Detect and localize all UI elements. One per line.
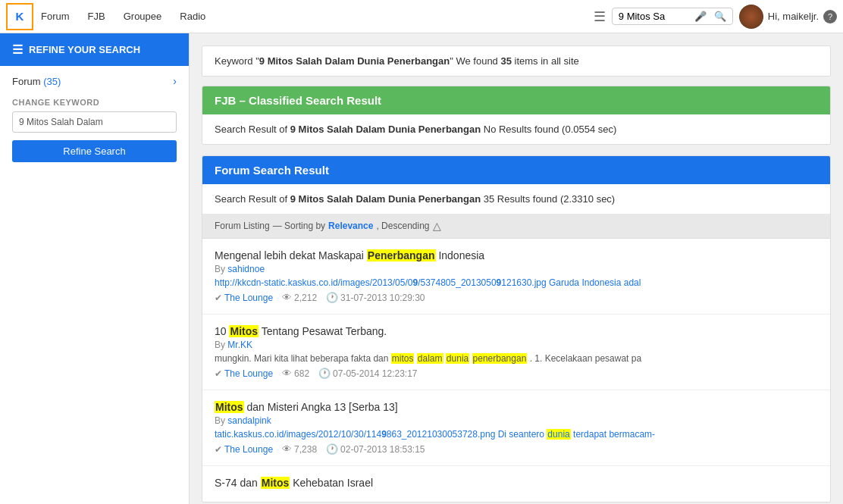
top-navigation: K Forum FJB Groupee Radio ☰ 🎤 🔍 Hi, maik… [0, 0, 843, 33]
result-meta: ✔ The Lounge 👁 7,238 🕐 02-07-2013 18:53:… [215, 443, 818, 455]
avatar[interactable] [739, 5, 763, 29]
clock-icon: 🕐 [318, 368, 331, 379]
main-layout: ☰ REFINE YOUR SEARCH Forum (35) › CHANGE… [0, 33, 843, 504]
banner-prefix: Keyword " [215, 55, 259, 67]
user-greeting: Hi, maikeljr. [768, 11, 819, 22]
forum-label: Forum (35) [12, 76, 61, 87]
result-author: By Mr.KK [215, 340, 818, 350]
user-area: Hi, maikeljr. ? [739, 5, 837, 29]
fjb-section-body: Search Result of 9 Mitos Salah Dalam Dun… [202, 114, 830, 144]
eye-icon: 👁 [282, 292, 292, 303]
result-title: S-74 dan Mitos Kehebatan Israel [215, 477, 818, 489]
tag-link[interactable]: The Lounge [224, 368, 273, 379]
search-bar: 🎤 🔍 [612, 8, 733, 25]
result-item: Mitos dan Misteri Angka 13 [Serba 13] By… [202, 390, 830, 466]
sidebar: ☰ REFINE YOUR SEARCH Forum (35) › CHANGE… [0, 33, 190, 504]
forum-listing-bar: Forum Listing — Sorting by Relevance , D… [202, 214, 830, 239]
result-link[interactable]: S-74 dan Mitos Kehebatan Israel [215, 477, 373, 489]
result-link[interactable]: 10 Mitos Tentang Pesawat Terbang. [215, 325, 387, 337]
relevance-sort-link[interactable]: Relevance [328, 221, 373, 231]
search-icon[interactable]: 🔍 [714, 11, 726, 22]
result-meta: ✔ The Lounge 👁 682 🕐 07-05-2014 12:23:17 [215, 368, 818, 379]
eye-icon: 👁 [282, 443, 292, 455]
nav-links: Forum FJB Groupee Radio [41, 11, 205, 22]
content-area: Keyword "9 Mitos Salah Dalam Dunia Pener… [190, 33, 843, 504]
result-date: 🕐 07-05-2014 12:23:17 [318, 368, 417, 379]
sidebar-title: REFINE YOUR SEARCH [29, 44, 140, 55]
hamburger-icon[interactable]: ☰ [594, 8, 606, 25]
result-title: 10 Mitos Tentang Pesawat Terbang. [215, 325, 818, 337]
menu-icon: ☰ [12, 42, 23, 57]
result-views: 👁 682 [282, 368, 309, 379]
refine-search-button[interactable]: Refine Search [12, 140, 177, 162]
mic-icon[interactable]: 🎤 [694, 11, 707, 22]
keyword-banner: Keyword "9 Mitos Salah Dalam Dunia Pener… [202, 45, 831, 77]
forum-section-body: Search Result of 9 Mitos Salah Dalam Dun… [202, 184, 830, 214]
sorting-suffix: , Descending [376, 221, 429, 231]
eye-icon: 👁 [282, 368, 292, 379]
result-views: 👁 7,238 [282, 443, 317, 455]
sidebar-section: Forum (35) › CHANGE KEYWORD Refine Searc… [0, 66, 189, 171]
tag-link[interactable]: The Lounge [224, 293, 273, 303]
sort-icon[interactable]: △ [433, 220, 441, 232]
banner-tail: items in all site [512, 55, 579, 67]
result-author: By sandalpink [215, 415, 818, 426]
clock-icon: 🕐 [326, 292, 338, 303]
author-link[interactable]: sandalpink [227, 415, 271, 426]
banner-suffix: " We found [450, 55, 500, 67]
banner-keyword: 9 Mitos Salah Dalam Dunia Penerbangan [259, 55, 450, 67]
fjb-section-header: FJB – Classified Search Result [202, 86, 830, 114]
nav-fjb[interactable]: FJB [88, 11, 105, 22]
result-title: Mengenal lebih dekat Maskapai Penerbanga… [215, 249, 818, 261]
forum-count-row: Forum (35) › [12, 75, 177, 87]
nav-groupee[interactable]: Groupee [124, 11, 162, 22]
result-tag: ✔ The Lounge [215, 368, 273, 379]
help-icon[interactable]: ? [823, 10, 837, 23]
forum-arrow-icon[interactable]: › [173, 75, 177, 87]
result-snippet: mungkin. Mari kita lihat beberapa fakta … [215, 353, 818, 364]
author-link[interactable]: Mr.KK [227, 340, 252, 350]
sorting-prefix: — Sorting by [273, 221, 325, 231]
result-tag: ✔ The Lounge [215, 444, 273, 455]
clock-icon: 🕐 [326, 443, 338, 455]
result-item: 10 Mitos Tentang Pesawat Terbang. By Mr.… [202, 315, 830, 390]
logo[interactable]: K [6, 3, 33, 30]
forum-section: Forum Search Result Search Result of 9 M… [202, 155, 831, 502]
result-author: By sahidnoe [215, 264, 818, 274]
forum-section-header: Forum Search Result [202, 156, 830, 184]
result-url: http://kkcdn-static.kaskus.co.id/images/… [215, 277, 818, 288]
forum-listing-label: Forum Listing [215, 221, 270, 231]
result-title: Mitos dan Misteri Angka 13 [Serba 13] [215, 401, 818, 413]
result-views: 👁 2,212 [282, 292, 317, 303]
result-link[interactable]: Mitos dan Misteri Angka 13 [Serba 13] [215, 401, 398, 413]
search-input[interactable] [619, 11, 694, 22]
result-url: tatic.kaskus.co.id/images/2012/10/30/114… [215, 429, 818, 440]
author-link[interactable]: sahidnoe [227, 264, 265, 274]
result-item: S-74 dan Mitos Kehebatan Israel [202, 466, 830, 502]
banner-count: 35 [500, 55, 511, 67]
sidebar-header[interactable]: ☰ REFINE YOUR SEARCH [0, 33, 189, 66]
change-keyword-label: CHANGE KEYWORD [12, 98, 177, 107]
result-date: 🕐 31-07-2013 10:29:30 [326, 292, 425, 303]
result-item: Mengenal lebih dekat Maskapai Penerbanga… [202, 239, 830, 315]
result-tag: ✔ The Lounge [215, 293, 273, 303]
result-meta: ✔ The Lounge 👁 2,212 🕐 31-07-2013 10:29:… [215, 292, 818, 303]
nav-radio[interactable]: Radio [180, 11, 205, 22]
result-date: 🕐 02-07-2013 18:53:15 [326, 443, 425, 455]
nav-forum[interactable]: Forum [41, 11, 70, 22]
fjb-section: FJB – Classified Search Result Search Re… [202, 86, 831, 145]
result-link[interactable]: Mengenal lebih dekat Maskapai Penerbanga… [215, 249, 484, 261]
tag-link[interactable]: The Lounge [224, 444, 273, 455]
keyword-input[interactable] [12, 111, 177, 133]
